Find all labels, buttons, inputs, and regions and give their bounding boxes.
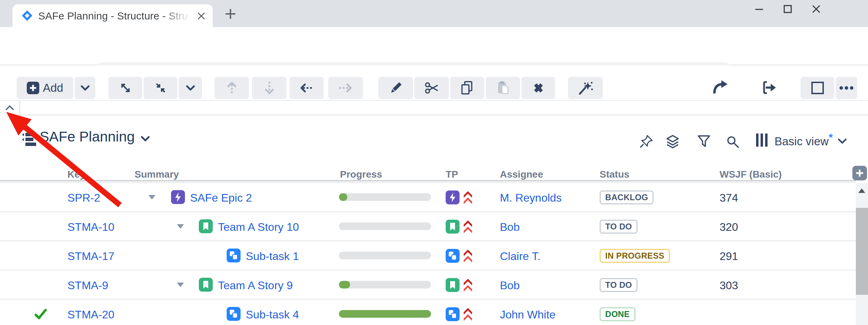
collapse-toolbar-control[interactable] (0, 101, 20, 115)
column-header-assignee[interactable]: Assignee (500, 169, 543, 180)
move-up-button[interactable] (214, 77, 249, 99)
issue-key-link[interactable]: STMA-10 (67, 221, 114, 234)
pin-icon[interactable] (639, 134, 654, 149)
view-dropdown-icon[interactable] (838, 138, 847, 144)
browser-tab[interactable]: SAFe Planning - Structure - Struc (13, 4, 213, 27)
status-badge: BACKLOG (600, 190, 654, 204)
progress-bar (339, 281, 431, 289)
structure-title[interactable]: SAFe Planning (40, 129, 135, 145)
issue-summary-link[interactable]: SAFe Epic 2 (190, 192, 252, 204)
column-header-progress[interactable]: Progress (340, 169, 382, 180)
column-header-status[interactable]: Status (600, 169, 630, 180)
column-header-tp[interactable]: TP (446, 169, 458, 180)
table-row[interactable]: STMA-9 Team A Story 9 Bob TO DO 303 (0, 271, 856, 299)
table-row[interactable]: STMA-17 Sub-task 1 Claire T. IN PROGRESS… (0, 242, 856, 269)
progress-bar (339, 222, 431, 230)
cut-button[interactable] (414, 77, 449, 99)
outdent-button[interactable] (290, 77, 324, 99)
browser-toolbar: Not secure documentation.docker1.almwork… (0, 27, 868, 65)
issue-summary-link[interactable]: Team A Story 9 (218, 279, 293, 292)
tp-cell (446, 219, 473, 234)
issue-type-story-icon (446, 220, 460, 234)
tp-cell (446, 307, 473, 322)
automation-wand-button[interactable] (568, 77, 603, 99)
expander-icon[interactable] (177, 283, 184, 287)
filter-icon[interactable] (697, 134, 711, 148)
add-dropdown-button[interactable] (75, 77, 95, 99)
issue-summary-link[interactable]: Sub-task 4 (246, 308, 299, 321)
issue-type-subtask-icon (227, 249, 241, 262)
expand-all-button[interactable] (108, 77, 142, 99)
tab-strip: SAFe Planning - Structure - Struc (0, 0, 868, 27)
tab-title: SAFe Planning - Structure - Struc (38, 10, 190, 22)
add-column-button[interactable] (852, 166, 867, 180)
assignee-link[interactable]: Claire T. (500, 250, 541, 263)
expand-level-dropdown-button[interactable] (179, 77, 202, 99)
export-button[interactable] (761, 80, 777, 96)
collapse-all-button[interactable] (144, 77, 177, 99)
view-selector[interactable]: Basic view (774, 135, 829, 148)
edit-button[interactable] (378, 77, 413, 99)
issue-type-epic-icon (446, 190, 460, 204)
column-header-wsjf[interactable]: WSJF (Basic) (720, 169, 782, 180)
tp-cell (446, 190, 473, 205)
status-badge: TO DO (600, 220, 638, 234)
scroll-up-arrow-icon[interactable] (858, 188, 865, 193)
chevron-up-icon (4, 104, 15, 111)
jira-favicon-icon (22, 10, 33, 21)
issue-type-subtask-icon (446, 249, 460, 263)
priority-highest-icon (462, 189, 473, 205)
done-check-icon (34, 308, 47, 320)
window-maximize-button[interactable] (784, 5, 792, 13)
priority-highest-icon (462, 248, 473, 263)
window-minimize-button[interactable] (755, 8, 763, 10)
assignee-link[interactable]: Bob (500, 221, 520, 234)
paste-button[interactable] (486, 77, 520, 99)
status-badge: TO DO (600, 278, 638, 292)
select-items-button[interactable] (801, 77, 834, 99)
columns-icon[interactable] (756, 133, 768, 147)
view-modified-marker: * (829, 131, 833, 143)
column-header-summary[interactable]: Summary (135, 169, 179, 180)
progress-bar (339, 310, 431, 318)
new-tab-button[interactable] (224, 8, 237, 20)
indent-button[interactable] (328, 77, 363, 99)
priority-highest-icon (462, 306, 473, 322)
vertical-scrollbar[interactable] (856, 183, 868, 325)
issue-type-story-icon (199, 219, 213, 233)
layers-icon[interactable] (665, 134, 680, 149)
assignee-link[interactable]: Bob (500, 279, 520, 292)
issue-key-link[interactable]: SPR-2 (67, 192, 100, 204)
issue-type-story-icon (199, 278, 213, 292)
issue-type-epic-icon (171, 190, 185, 204)
wsjf-value: 374 (720, 192, 738, 204)
expander-icon[interactable] (148, 195, 155, 200)
search-icon[interactable] (725, 134, 740, 149)
issue-key-link[interactable]: STMA-20 (67, 308, 114, 321)
assignee-link[interactable]: John White (500, 308, 555, 321)
expander-icon[interactable] (177, 224, 184, 229)
add-button[interactable]: Add (17, 77, 73, 99)
issue-summary-link[interactable]: Team A Story 10 (218, 221, 299, 234)
wsjf-value: 303 (720, 279, 738, 292)
status-badge: DONE (600, 307, 635, 321)
tab-close-icon[interactable] (197, 11, 206, 21)
issue-key-link[interactable]: STMA-9 (67, 279, 108, 292)
browser-window: SAFe Planning - Structure - Struc (0, 0, 868, 325)
structure-title-dropdown-icon[interactable] (140, 136, 150, 142)
delete-button[interactable] (521, 77, 555, 99)
table-row[interactable]: STMA-20 Sub-task 4 John White DONE (0, 300, 856, 325)
more-actions-button[interactable] (836, 77, 857, 99)
table-row[interactable]: SPR-2 SAFe Epic 2 M. Reynolds BACKLOG 37… (0, 183, 856, 211)
wsjf-value: 291 (720, 250, 738, 263)
issue-key-link[interactable]: STMA-17 (67, 250, 114, 263)
column-header-key[interactable]: Key (67, 169, 85, 180)
scrollbar-thumb[interactable] (856, 208, 868, 295)
table-row[interactable]: STMA-10 Team A Story 10 Bob TO DO 320 (0, 212, 856, 240)
assignee-link[interactable]: M. Reynolds (500, 192, 562, 204)
issue-summary-link[interactable]: Sub-task 1 (246, 250, 299, 263)
move-down-button[interactable] (252, 77, 286, 99)
copy-button[interactable] (450, 77, 484, 99)
share-button[interactable] (712, 80, 729, 96)
window-close-button[interactable] (812, 5, 820, 13)
